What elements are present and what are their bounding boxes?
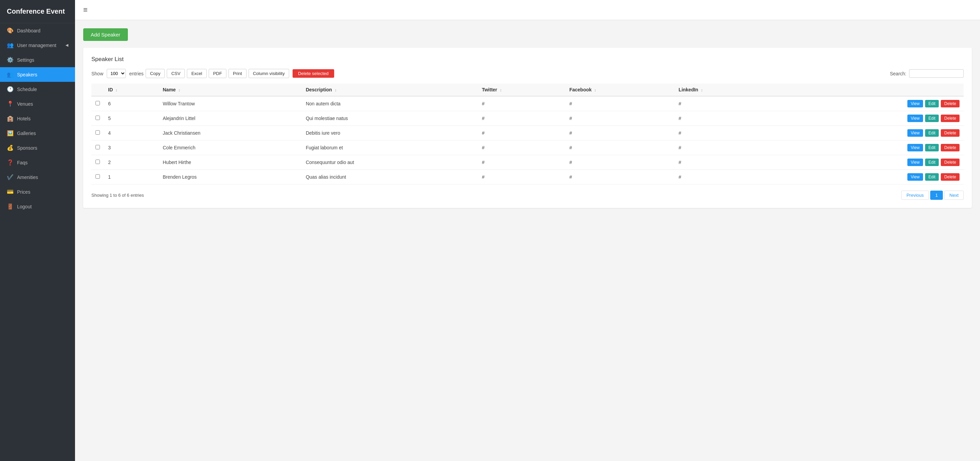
edit-button-3[interactable]: Edit [925, 144, 939, 151]
row-desc-4: Debitis iure vero [302, 126, 478, 140]
sidebar-item-schedule[interactable]: 🕐 Schedule [0, 82, 75, 97]
page-1-button[interactable]: 1 [930, 191, 943, 200]
edit-button-5[interactable]: Edit [925, 114, 939, 122]
th-twitter[interactable]: Twitter ↕ [478, 84, 565, 96]
row-name-2: Hubert Hirthe [159, 155, 301, 170]
delete-selected-button[interactable]: Delete selected [293, 69, 334, 78]
row-actions-4: View Edit Delete [775, 126, 964, 140]
view-button-2[interactable]: View [907, 159, 923, 166]
row-actions-6: View Edit Delete [775, 96, 964, 111]
sidebar-item-speakers[interactable]: 👥 Speakers [0, 67, 75, 82]
pagination-row: Showing 1 to 6 of 6 entries Previous 1 N… [91, 191, 964, 200]
th-description[interactable]: Description ↕ [302, 84, 478, 96]
print-button[interactable]: Print [229, 69, 247, 78]
pdf-button[interactable]: PDF [209, 69, 226, 78]
showing-text: Showing 1 to 6 of 6 entries [91, 192, 144, 198]
chevron-icon: ◀ [65, 43, 68, 48]
row-id-6: 6 [104, 96, 159, 111]
prices-icon: 💳 [7, 189, 14, 195]
delete-button-5[interactable]: Delete [941, 114, 959, 122]
csv-button[interactable]: CSV [167, 69, 185, 78]
speakers-icon: 👥 [7, 71, 14, 78]
sidebar-item-prices[interactable]: 💳 Prices [0, 184, 75, 199]
sidebar-item-venues[interactable]: 📍 Venues [0, 97, 75, 111]
th-id[interactable]: ID ↕ [104, 84, 159, 96]
row-checkbox-6[interactable] [95, 101, 100, 105]
sponsors-icon: 💰 [7, 145, 14, 151]
view-button-5[interactable]: View [907, 114, 923, 122]
sidebar-item-faqs[interactable]: ❓ Faqs [0, 155, 75, 170]
row-desc-6: Non autem dicta [302, 96, 478, 111]
delete-button-1[interactable]: Delete [941, 173, 959, 181]
sidebar-item-dashboard[interactable]: 🎨 Dashboard [0, 23, 75, 38]
sidebar-item-amenities[interactable]: ✔️ Amenities [0, 170, 75, 184]
delete-button-6[interactable]: Delete [941, 100, 959, 107]
main-content: ≡ Add Speaker Speaker List Show 100 25 5… [75, 0, 980, 461]
next-button[interactable]: Next [944, 191, 964, 200]
row-checkbox-3[interactable] [95, 145, 100, 149]
delete-button-2[interactable]: Delete [941, 159, 959, 166]
table-body: 6 Willow Trantow Non autem dicta # # # V… [91, 96, 964, 184]
row-checkbox-4[interactable] [95, 130, 100, 135]
column-visibility-button[interactable]: Column visibility [248, 69, 289, 78]
row-checkbox-cell [91, 140, 104, 155]
row-linkedin-5: # [675, 111, 775, 126]
delete-button-3[interactable]: Delete [941, 144, 959, 151]
copy-button[interactable]: Copy [146, 69, 165, 78]
sidebar-label-amenities: Amenities [17, 175, 38, 180]
sidebar-item-logout[interactable]: 🚪 Logout [0, 199, 75, 214]
sidebar-label-prices: Prices [17, 189, 30, 195]
user-management-icon: 👥 [7, 42, 14, 48]
sort-twitter-icon: ↕ [500, 88, 502, 92]
table-row: 4 Jack Christiansen Debitis iure vero # … [91, 126, 964, 140]
hotels-icon: 🏨 [7, 115, 14, 122]
search-group: Search: [890, 69, 964, 78]
sidebar-item-hotels[interactable]: 🏨 Hotels [0, 111, 75, 126]
row-checkbox-5[interactable] [95, 116, 100, 120]
search-input[interactable] [909, 69, 964, 78]
sidebar-item-sponsors[interactable]: 💰 Sponsors [0, 140, 75, 155]
view-button-4[interactable]: View [907, 129, 923, 137]
delete-button-4[interactable]: Delete [941, 129, 959, 137]
view-button-3[interactable]: View [907, 144, 923, 151]
dashboard-icon: 🎨 [7, 27, 14, 34]
row-twitter-4: # [478, 126, 565, 140]
view-button-6[interactable]: View [907, 100, 923, 107]
faqs-icon: ❓ [7, 159, 14, 166]
row-linkedin-1: # [675, 170, 775, 184]
row-checkbox-cell [91, 111, 104, 126]
app-title: Conference Event [0, 0, 75, 23]
view-button-1[interactable]: View [907, 173, 923, 181]
speakers-card: Speaker List Show 100 25 50 entries Copy… [83, 48, 972, 208]
sort-name-icon: ↕ [178, 88, 180, 92]
previous-button[interactable]: Previous [901, 191, 929, 200]
edit-button-1[interactable]: Edit [925, 173, 939, 181]
sidebar-item-settings[interactable]: ⚙️ Settings [0, 52, 75, 67]
amenities-icon: ✔️ [7, 174, 14, 180]
row-facebook-3: # [565, 140, 675, 155]
row-facebook-4: # [565, 126, 675, 140]
row-name-4: Jack Christiansen [159, 126, 301, 140]
sidebar-item-user-management[interactable]: 👥 User management ◀ [0, 38, 75, 52]
sidebar-item-galleries[interactable]: 🖼️ Galleries [0, 126, 75, 140]
row-linkedin-4: # [675, 126, 775, 140]
row-facebook-6: # [565, 96, 675, 111]
th-facebook[interactable]: Facebook ↕ [565, 84, 675, 96]
row-checkbox-1[interactable] [95, 174, 100, 179]
hamburger-icon[interactable]: ≡ [83, 5, 88, 14]
row-checkbox-2[interactable] [95, 160, 100, 164]
entries-select[interactable]: 100 25 50 [107, 69, 126, 78]
schedule-icon: 🕐 [7, 86, 14, 92]
row-actions-3: View Edit Delete [775, 140, 964, 155]
th-linkedin[interactable]: LinkedIn ↕ [675, 84, 775, 96]
edit-button-2[interactable]: Edit [925, 159, 939, 166]
page-content: Add Speaker Speaker List Show 100 25 50 … [75, 20, 980, 461]
edit-button-6[interactable]: Edit [925, 100, 939, 107]
row-name-1: Brenden Legros [159, 170, 301, 184]
th-name[interactable]: Name ↕ [159, 84, 301, 96]
excel-button[interactable]: Excel [187, 69, 207, 78]
th-checkbox [91, 84, 104, 96]
add-speaker-button[interactable]: Add Speaker [83, 28, 128, 41]
edit-button-4[interactable]: Edit [925, 129, 939, 137]
row-linkedin-6: # [675, 96, 775, 111]
